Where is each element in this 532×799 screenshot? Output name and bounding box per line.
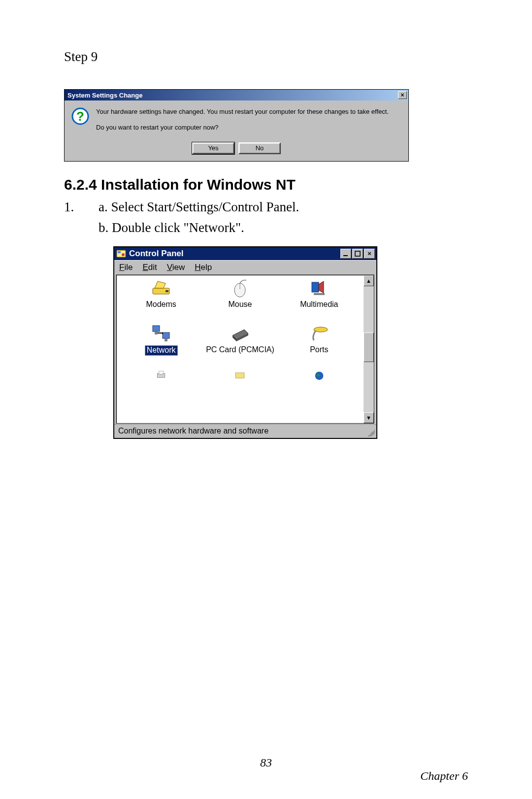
icon-label: Network: [145, 345, 178, 355]
svg-point-4: [122, 253, 125, 256]
status-bar: Configures network hardware and software: [114, 424, 376, 438]
scroll-up-icon[interactable]: ▲: [364, 275, 374, 286]
question-icon: ?: [71, 107, 89, 125]
svg-rect-8: [166, 290, 168, 292]
svg-rect-14: [153, 326, 160, 332]
folder-icon: [230, 370, 250, 382]
dialog-message-2: Do you want to restart your computer now…: [96, 123, 401, 132]
no-button[interactable]: No: [238, 142, 281, 154]
vertical-scrollbar[interactable]: ▲ ▼: [364, 275, 374, 424]
svg-rect-24: [235, 372, 244, 378]
icon-mouse[interactable]: Mouse: [200, 278, 279, 309]
modem-icon: [151, 278, 171, 298]
svg-rect-23: [159, 371, 163, 374]
list-number: 1.: [64, 197, 99, 238]
icon-partial-2[interactable]: [200, 370, 279, 382]
close-icon[interactable]: ×: [364, 249, 375, 259]
svg-rect-3: [118, 251, 121, 253]
scroll-down-icon[interactable]: ▼: [364, 412, 374, 423]
svg-rect-15: [163, 333, 169, 338]
svg-rect-13: [314, 293, 325, 295]
dialog-title: System Settings Change: [67, 92, 142, 99]
system-settings-dialog: System Settings Change × ? Your hardware…: [64, 89, 409, 162]
globe-icon: [309, 370, 330, 382]
page-number: 83: [64, 756, 468, 769]
icon-area: Modems Mouse: [116, 275, 364, 424]
menu-edit[interactable]: Edit: [142, 263, 157, 272]
dialog-message-1: Your hardware settings have changed. You…: [96, 107, 401, 116]
printer-icon: [151, 370, 171, 382]
svg-rect-6: [355, 251, 360, 256]
icon-label: Ports: [310, 345, 328, 354]
yes-button[interactable]: Yes: [192, 142, 234, 154]
svg-rect-11: [312, 282, 319, 292]
icon-ports[interactable]: Ports: [280, 324, 359, 355]
page-footer: 83 Chapter 6: [64, 756, 468, 769]
svg-rect-17: [165, 338, 167, 341]
menu-bar: File Edit View Help: [114, 260, 376, 274]
window-title: Control Panel: [129, 249, 184, 259]
close-icon[interactable]: ×: [398, 91, 407, 99]
icon-network[interactable]: Network: [122, 324, 200, 355]
list-item-b: b. Double click "Network".: [99, 218, 468, 238]
ports-icon: [309, 324, 330, 343]
window-titlebar[interactable]: Control Panel ×: [114, 247, 376, 260]
icon-pccard[interactable]: PC Card (PCMCIA): [200, 324, 279, 355]
minimize-icon[interactable]: [340, 249, 351, 259]
network-icon: [151, 324, 171, 343]
icon-label: Mouse: [228, 300, 252, 309]
menu-help[interactable]: Help: [195, 263, 212, 272]
control-panel-sys-icon: [116, 249, 126, 259]
svg-rect-16: [155, 332, 158, 334]
svg-rect-5: [343, 255, 348, 256]
scroll-thumb[interactable]: [364, 333, 374, 362]
maximize-icon[interactable]: [352, 249, 363, 259]
svg-marker-12: [319, 281, 324, 293]
multimedia-icon: [309, 278, 330, 298]
icon-label: PC Card (PCMCIA): [206, 345, 274, 354]
chapter-label: Chapter 6: [420, 769, 468, 783]
icon-label: Multimedia: [300, 300, 338, 309]
icon-partial-1[interactable]: [122, 370, 200, 382]
menu-file[interactable]: File: [119, 263, 133, 272]
step-label: Step 9: [64, 49, 468, 65]
scroll-track[interactable]: [364, 286, 374, 412]
icon-partial-3[interactable]: [280, 370, 359, 382]
menu-view[interactable]: View: [167, 263, 185, 272]
mouse-icon: [230, 278, 250, 298]
svg-text:?: ?: [76, 109, 84, 124]
icon-modems[interactable]: Modems: [122, 278, 200, 309]
list-item-a: a. Select Start/Settings/Control Panel.: [99, 197, 468, 218]
icon-multimedia[interactable]: Multimedia: [280, 278, 359, 309]
pc-card-icon: [230, 324, 250, 343]
icon-label: Modems: [146, 300, 176, 309]
control-panel-window: Control Panel × File Edit View Help: [113, 246, 377, 439]
dialog-titlebar[interactable]: System Settings Change ×: [65, 90, 408, 100]
section-heading: 6.2.4 Installation for Windows NT: [64, 176, 468, 193]
